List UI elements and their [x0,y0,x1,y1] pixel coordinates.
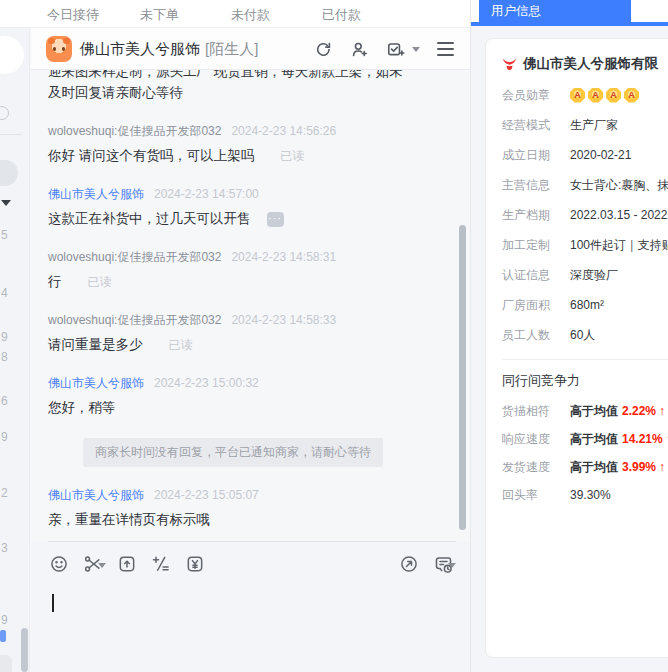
chevron-down-icon [1,200,11,206]
brand-bull-icon [502,58,517,71]
message-text: 行 [48,272,62,292]
timestamp: 2024-2-23 14:57:00 [154,187,259,201]
chat-scrollbar[interactable] [459,225,466,530]
badge [0,630,6,642]
sender-name: woloveshuqi:促佳搜品开发部032 [48,250,221,264]
peer-avatar [46,36,72,62]
tab-paid[interactable]: 已付款 [322,6,361,24]
timestamp: 2024-2-23 15:05:07 [154,488,259,502]
info-row: 厂房面积 680m² [502,295,668,315]
metric-row: 发货速度 高于均值 3.99% ↑ [502,459,668,475]
up-arrow-icon: ↑ [659,460,665,474]
user-info-panel: 用户信息 佛山市美人兮服饰有限 会员勋章 A A A A [470,0,668,672]
composer [31,541,470,672]
tab-no-order[interactable]: 未下单 [140,6,179,24]
info-row: 员工人数 60人 [502,325,668,345]
member-medals: A A A A [570,88,639,103]
time-fragment: 2 [1,486,8,500]
message: woloveshuqi:促佳搜品开发部0322024-2-23 14:58:33… [48,313,418,355]
read-receipt: 已读 [88,272,112,292]
message: 佛山市美人兮服饰2024-2-23 15:00:32 您好，稍等 [48,376,418,418]
message-text: 您好，稍等 [48,398,116,418]
file-upload-icon[interactable] [116,553,138,575]
chat-panel: 佛山市美人兮服饰[陌生人] [31,28,470,672]
sender-name: 佛山市美人兮服饰 [48,376,144,390]
message-input[interactable] [48,589,456,669]
create-task-icon[interactable] [384,38,406,60]
tab-user-info[interactable]: 用户信息 [479,0,631,22]
tab-underline [471,22,668,26]
up-arrow-icon: ↑ [659,404,665,418]
row-label: 认证信息 [502,267,560,284]
metric-label: 回头率 [502,487,560,504]
menu-icon[interactable] [434,38,456,60]
conversation-list-clipped: 5 4 9 8 6 9 2 3 9 [0,28,30,672]
tab-unpaid[interactable]: 未付款 [231,6,270,24]
list-item [0,655,12,672]
text-cursor [52,594,54,612]
message-more-button[interactable]: ··· [267,212,284,227]
time-fragment: 9 [1,613,8,627]
medal-icon: A [624,88,639,103]
time-fragment: 3 [1,541,8,555]
tab-today-reception[interactable]: 今日接待 [47,6,99,24]
time-fragment: 5 [1,228,8,242]
company-name[interactable]: 佛山市美人兮服饰有限 [523,55,658,73]
row-label: 经营模式 [502,117,560,134]
row-value: 60人 [570,327,595,344]
timestamp: 2024-2-23 14:58:31 [231,250,336,264]
timestamp: 2024-2-23 14:58:33 [231,313,336,327]
sender-name: woloveshuqi:促佳搜品开发部032 [48,124,221,138]
info-row-medal: 会员勋章 A A A A [502,85,668,105]
row-label: 员工人数 [502,327,560,344]
info-row: 生产档期 2022.03.15 - 2022. [502,205,668,225]
system-notice: 商家长时间没有回复，平台已通知商家，请耐心等待 [83,438,383,467]
forward-icon[interactable] [398,553,420,575]
message: woloveshuqi:促佳搜品开发部0322024-2-23 14:58:31… [48,250,418,292]
refresh-icon[interactable] [312,38,334,60]
divider [502,359,668,360]
message: 佛山市美人兮服饰2024-2-23 15:05:07 亲，重量在详情页有标示哦 [48,488,418,530]
app-window: 今日接待 未下单 未付款 已付款 5 4 9 8 6 9 2 3 9 佛山市美 [0,0,668,672]
row-value: 女士背心:裹胸、抹胸 [570,177,668,194]
time-fragment: 9 [1,430,8,444]
emoji-icon[interactable] [48,553,70,575]
info-row: 成立日期 2020-02-21 [502,145,668,165]
row-value: 100件起订｜支持贴 [570,237,668,254]
transaction-icon[interactable] [184,553,206,575]
add-contact-icon[interactable] [348,38,370,60]
peer-name: 佛山市美人兮服饰 [80,40,200,57]
info-row: 经营模式 生产厂家 [502,115,668,135]
medal-icon: A [588,88,603,103]
row-value: 2020-02-21 [570,148,631,162]
metric-label: 响应速度 [502,431,560,448]
chat-header: 佛山市美人兮服饰[陌生人] [31,28,470,70]
info-row: 主营信息 女士背心:裹胸、抹胸 [502,175,668,195]
metric-label: 发货速度 [502,459,560,476]
time-fragment: 4 [1,286,8,300]
sender-name: 佛山市美人兮服饰 [48,488,144,502]
status-icon [0,106,9,120]
quote-price-icon[interactable] [150,553,172,575]
row-label: 主营信息 [502,177,560,194]
divider [48,541,456,542]
read-receipt: 已读 [280,146,304,166]
dropdown-caret-icon[interactable] [412,47,420,52]
dropdown-caret-icon[interactable] [98,563,106,568]
company-row: 佛山市美人兮服饰有限 [502,55,668,73]
row-value: 生产厂家 [570,117,618,134]
system-notice-row: 商家长时间没有回复，平台已通知商家，请耐心等待 [48,438,418,467]
metric-label: 货描相符 [502,403,560,420]
metric-prefix: 高于均值 [570,431,618,448]
top-tab-bar: 今日接待 未下单 未付款 已付款 [0,0,470,28]
peer-tag: [陌生人] [205,40,258,57]
time-fragment: 9 [1,330,8,344]
dropdown-caret-icon[interactable] [448,563,456,568]
row-label: 加工定制 [502,237,560,254]
divider [0,134,22,135]
message: woloveshuqi:促佳搜品开发部0322024-2-23 14:56:26… [48,124,418,166]
info-row: 加工定制 100件起订｜支持贴 [502,235,668,255]
list-scrollbar[interactable] [21,628,28,672]
row-label: 成立日期 [502,147,560,164]
read-receipt: 已读 [169,335,193,355]
